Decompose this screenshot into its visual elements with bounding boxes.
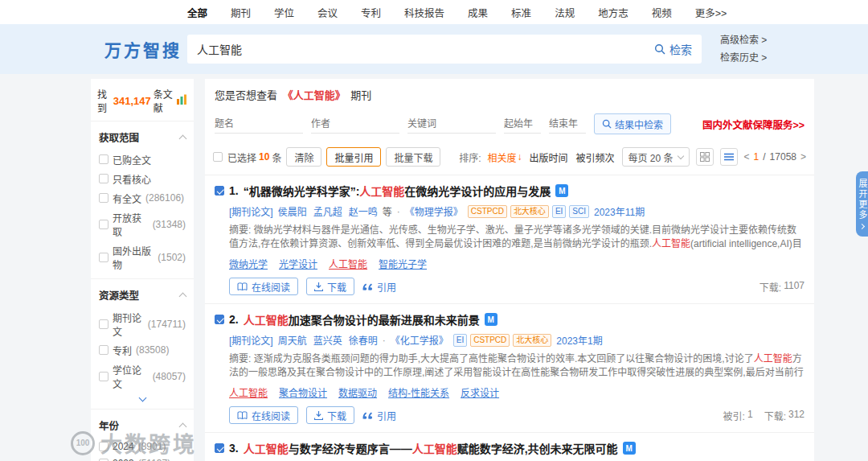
prev-page-button[interactable]: <: [744, 151, 750, 163]
keyword-link[interactable]: 人工智能: [329, 257, 367, 270]
sort-option[interactable]: 相关度↓: [487, 150, 522, 164]
result-checkbox[interactable]: [215, 186, 224, 196]
select-all-checkbox[interactable]: [213, 152, 223, 162]
nav-item[interactable]: 地方志: [598, 5, 628, 20]
result-title-link[interactable]: 人工智能与数字经济专题序言——人工智能赋能数字经济,共创未来无限可能: [244, 440, 618, 456]
filter-option[interactable]: 期刊论文 (174711): [97, 307, 187, 340]
batch-cite-button[interactable]: 批量引用: [326, 147, 381, 167]
filter-option[interactable]: 专利 (83508): [97, 340, 187, 360]
filter-option[interactable]: 2023 (51137): [97, 455, 187, 461]
nav-item[interactable]: 期刊: [231, 5, 251, 20]
filter-option[interactable]: 2024 (8901): [97, 438, 187, 455]
filter-option[interactable]: 只看核心: [97, 169, 187, 188]
keyword-link[interactable]: 数据驱动: [338, 385, 377, 399]
suggested-journal-link[interactable]: 《人工智能》: [283, 89, 346, 101]
filter-option[interactable]: 学位论文 (48057): [97, 360, 187, 393]
filter-option[interactable]: 有全文 (286106): [97, 188, 187, 208]
cite-button[interactable]: 引用: [362, 409, 396, 422]
filter-option[interactable]: 国外出版物 (1502): [97, 241, 187, 274]
journal-link[interactable]: 《化工学报》: [391, 333, 448, 347]
search-button[interactable]: 检索: [654, 41, 692, 57]
filter-option[interactable]: 开放获取 (31348): [97, 208, 187, 241]
filter-checkbox[interactable]: [99, 253, 108, 262]
search-input[interactable]: [197, 43, 654, 56]
nav-item[interactable]: 学位: [274, 5, 294, 20]
next-page-button[interactable]: >: [800, 151, 806, 163]
site-logo[interactable]: 万方智搜: [104, 37, 182, 61]
result-checkbox[interactable]: [215, 443, 224, 453]
section-header-scope[interactable]: 获取范围: [97, 127, 187, 150]
keyword-link[interactable]: 结构-性能关系: [388, 385, 449, 399]
nav-item[interactable]: 视频: [652, 5, 672, 20]
clear-selection-button[interactable]: 清除: [286, 147, 321, 167]
filter-checkbox[interactable]: [99, 442, 108, 451]
author-link[interactable]: 周天航: [278, 333, 307, 347]
nav-item[interactable]: 会议: [317, 5, 338, 20]
nav-item[interactable]: 成果: [468, 5, 488, 20]
journal-link[interactable]: 《物理学报》: [405, 204, 463, 218]
metrics-badge[interactable]: M: [555, 184, 568, 197]
author-field[interactable]: [311, 114, 399, 134]
download-icon: [314, 411, 323, 420]
result-checkbox[interactable]: [215, 315, 224, 324]
nav-item[interactable]: 科技报告: [404, 5, 444, 20]
search-history-link[interactable]: 检索历史 >: [720, 49, 767, 67]
nav-item[interactable]: 标准: [511, 5, 531, 20]
show-more-resource-types[interactable]: [97, 393, 187, 404]
read-online-button[interactable]: 在线阅读: [229, 406, 298, 424]
filter-checkbox[interactable]: [99, 154, 108, 164]
title-field[interactable]: [215, 114, 303, 134]
section-header-year[interactable]: 年份: [97, 415, 187, 438]
author-link[interactable]: 赵一鸣: [349, 204, 378, 218]
keyword-link[interactable]: 人工智能: [229, 385, 268, 399]
keyword-field[interactable]: [407, 114, 496, 134]
metrics-badge[interactable]: M: [485, 313, 497, 326]
author-link[interactable]: 徐春明: [349, 333, 378, 347]
search-in-results-button[interactable]: 结果中检索: [594, 113, 671, 134]
result-title-link[interactable]: “机器微纳光学科学家”:人工智能在微纳光学设计的应用与发展: [244, 183, 551, 199]
keyword-link[interactable]: 聚合物设计: [279, 385, 327, 399]
read-online-button[interactable]: 在线阅读: [229, 278, 298, 295]
keyword-link[interactable]: 智能光子学: [379, 257, 427, 270]
keyword-link[interactable]: 微纳光学: [229, 257, 268, 270]
filter-option[interactable]: 已购全文: [97, 150, 187, 169]
keyword-link[interactable]: 反求设计: [461, 385, 499, 399]
author-link[interactable]: 蓝兴英: [313, 333, 342, 347]
advanced-search-link[interactable]: 高级检索 >: [720, 31, 767, 49]
download-button[interactable]: 下载: [306, 278, 354, 295]
list-view-button[interactable]: [720, 148, 738, 166]
issue-link[interactable]: 2023年11期: [594, 204, 645, 218]
sort-option[interactable]: 出版时间: [530, 150, 569, 164]
page-size-select[interactable]: 每页 20 条: [622, 147, 690, 167]
filter-checkbox[interactable]: [99, 193, 108, 203]
section-header-resource-type[interactable]: 资源类型: [97, 285, 187, 307]
batch-download-button[interactable]: 批量下载: [386, 147, 440, 167]
filter-checkbox[interactable]: [99, 372, 108, 381]
author-link[interactable]: 侯晨阳: [278, 204, 307, 218]
issue-link[interactable]: 2023年1期: [556, 333, 602, 347]
filter-checkbox[interactable]: [99, 459, 108, 461]
stats-chart-icon[interactable]: [176, 94, 187, 107]
result-actions-row: 在线阅读 下载 引用 被引:1下载:312: [215, 399, 805, 424]
filter-checkbox[interactable]: [99, 220, 108, 229]
cite-button[interactable]: 引用: [362, 280, 396, 294]
nav-item[interactable]: 全部: [187, 5, 207, 20]
nav-item[interactable]: 更多>>: [695, 5, 727, 20]
expand-more-tab[interactable]: 展开更多: [856, 171, 868, 237]
sort-option[interactable]: 被引频次: [576, 150, 616, 164]
document-service-link[interactable]: 国内外文献保障服务>>: [702, 117, 805, 132]
nav-item[interactable]: 专利: [361, 5, 381, 20]
card-view-button[interactable]: [696, 148, 714, 166]
author-link[interactable]: 孟凡超: [313, 204, 342, 218]
result-title-link[interactable]: 人工智能加速聚合物设计的最新进展和未来前景: [244, 311, 480, 327]
doc-type-label: [期刊论文]: [229, 204, 273, 218]
filter-checkbox[interactable]: [99, 345, 108, 355]
metrics-badge[interactable]: M: [623, 442, 636, 455]
nav-item[interactable]: 法规: [555, 5, 575, 20]
end-year-field[interactable]: [549, 114, 586, 134]
filter-checkbox[interactable]: [99, 319, 108, 329]
keyword-link[interactable]: 光学设计: [279, 257, 317, 270]
download-button[interactable]: 下载: [306, 406, 354, 424]
filter-checkbox[interactable]: [99, 174, 108, 183]
start-year-field[interactable]: [504, 114, 541, 134]
